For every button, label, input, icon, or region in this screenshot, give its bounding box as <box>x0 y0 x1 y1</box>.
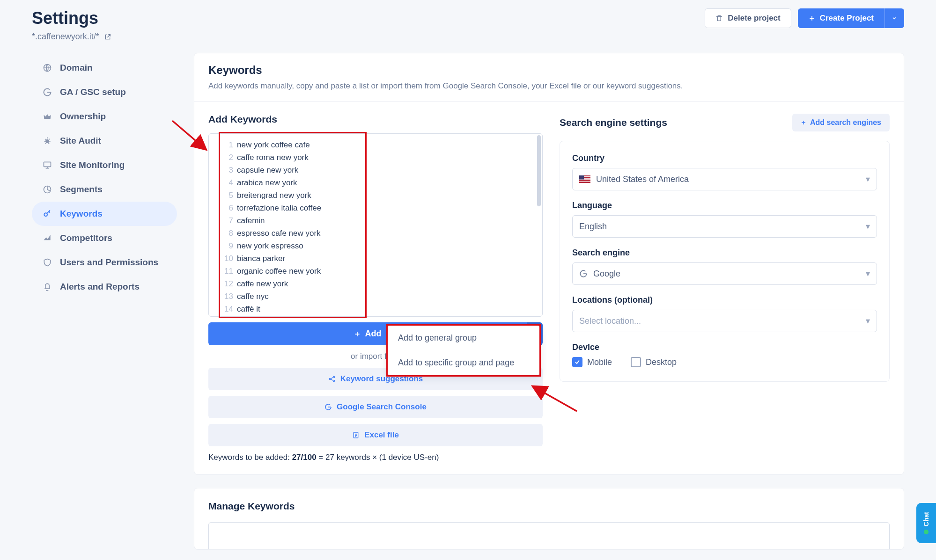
device-desktop-checkbox[interactable]: Desktop <box>631 357 677 367</box>
keywords-count-line: Keywords to be added: 27/100 = 27 keywor… <box>208 453 543 462</box>
engine-settings-title: Search engine settings <box>560 117 667 128</box>
sidebar-item-label: Domain <box>60 63 93 73</box>
sidebar-item-users[interactable]: Users and Permissions <box>32 250 177 275</box>
sidebar-item-label: Site Audit <box>60 136 101 146</box>
plus-icon <box>801 120 806 125</box>
delete-project-label: Delete project <box>728 14 780 23</box>
project-domain: *.caffenewyork.it/* <box>32 32 99 42</box>
key-icon <box>42 209 52 219</box>
import-gsc-label: Google Search Console <box>337 402 427 412</box>
device-mobile-checkbox[interactable]: Mobile <box>572 357 612 367</box>
pie-icon <box>42 184 52 195</box>
add-button-label: Add <box>365 329 382 339</box>
sidebar-item-ga-gsc[interactable]: GA / GSC setup <box>32 80 177 104</box>
trash-icon <box>715 15 723 22</box>
google-g-icon <box>579 269 588 278</box>
card-title: Keywords <box>208 64 890 77</box>
sidebar-item-label: Alerts and Reports <box>60 282 140 292</box>
sidebar-item-label: Site Monitoring <box>60 160 125 170</box>
crown-icon <box>42 111 52 122</box>
sidebar-item-label: Users and Permissions <box>60 257 158 268</box>
search-engine-label: Search engine <box>572 248 877 258</box>
create-project-dropdown-button[interactable] <box>884 8 904 28</box>
plus-icon <box>354 331 361 337</box>
plus-icon <box>809 15 815 22</box>
search-engine-select[interactable]: Google ▾ <box>572 262 877 285</box>
dropdown-item-specific-group[interactable]: Add to specific group and page <box>388 350 539 375</box>
svg-rect-14 <box>579 175 584 180</box>
line-number-gutter: 1234567891011121314 <box>209 134 237 316</box>
keywords-lines: new york coffee cafe caffe roma new york… <box>237 134 542 316</box>
file-icon <box>352 431 360 439</box>
svg-point-4 <box>44 213 47 216</box>
external-link-icon[interactable] <box>104 33 111 41</box>
settings-sidebar: Domain GA / GSC setup Ownership Site Aud… <box>32 53 177 550</box>
locations-select[interactable]: Select location... ▾ <box>572 310 877 332</box>
create-project-button[interactable]: Create Project <box>798 8 884 28</box>
keywords-textarea[interactable]: 1234567891011121314 new york coffee cafe… <box>208 133 543 317</box>
sidebar-item-label: Competitors <box>60 233 112 243</box>
create-project-label: Create Project <box>820 14 874 23</box>
svg-rect-2 <box>44 162 51 167</box>
sidebar-item-site-monitoring[interactable]: Site Monitoring <box>32 153 177 177</box>
country-value: United States of America <box>596 175 689 184</box>
sidebar-item-label: Segments <box>60 184 103 195</box>
shield-icon <box>42 257 52 268</box>
sidebar-item-domain[interactable]: Domain <box>32 56 177 80</box>
page-title: Settings <box>32 8 98 28</box>
textarea-scrollbar[interactable] <box>537 135 541 206</box>
manage-keywords-input[interactable] <box>208 522 890 549</box>
chevron-down-icon: ▾ <box>866 316 870 326</box>
us-flag-icon <box>579 175 590 183</box>
add-search-engines-label: Add search engines <box>810 118 881 127</box>
checkbox-checked-icon <box>572 357 582 367</box>
globe-icon <box>42 63 52 73</box>
sidebar-item-alerts[interactable]: Alerts and Reports <box>32 275 177 299</box>
card-subtitle: Add keywords manually, copy and paste a … <box>208 81 890 91</box>
sidebar-item-keywords[interactable]: Keywords <box>32 202 177 226</box>
sidebar-item-segments[interactable]: Segments <box>32 177 177 202</box>
sidebar-item-competitors[interactable]: Competitors <box>32 226 177 250</box>
dropdown-item-general-group[interactable]: Add to general group <box>388 326 539 350</box>
country-label: Country <box>572 153 877 163</box>
bell-icon <box>42 282 52 292</box>
competitors-icon <box>42 233 52 243</box>
bug-icon <box>42 136 52 146</box>
add-search-engines-button[interactable]: Add search engines <box>792 114 890 131</box>
sidebar-item-site-audit[interactable]: Site Audit <box>32 129 177 153</box>
status-dot-icon <box>924 530 929 534</box>
country-select[interactable]: United States of America ▾ <box>572 168 877 190</box>
chat-label: Chat <box>922 512 930 526</box>
device-label: Device <box>572 342 877 352</box>
device-desktop-label: Desktop <box>646 357 677 367</box>
svg-point-1 <box>45 139 49 143</box>
language-value: English <box>579 222 607 232</box>
sidebar-item-label: Keywords <box>60 209 103 219</box>
monitor-icon <box>42 160 52 170</box>
import-suggestions-label: Keyword suggestions <box>340 374 423 384</box>
sidebar-item-label: GA / GSC setup <box>60 87 126 97</box>
locations-placeholder: Select location... <box>579 316 641 326</box>
delete-project-button[interactable]: Delete project <box>705 8 791 28</box>
chevron-down-icon: ▾ <box>866 269 870 279</box>
locations-label: Locations (optional) <box>572 295 877 305</box>
sidebar-item-ownership[interactable]: Ownership <box>32 104 177 129</box>
chat-tab[interactable]: Chat <box>916 503 936 543</box>
svg-rect-12 <box>579 179 590 180</box>
checkbox-unchecked-icon <box>631 357 641 367</box>
google-g-icon <box>324 403 332 411</box>
language-label: Language <box>572 201 877 211</box>
add-keywords-title: Add Keywords <box>208 114 543 125</box>
share-icon <box>328 375 336 383</box>
sidebar-item-label: Ownership <box>60 111 106 122</box>
import-excel-label: Excel file <box>364 430 399 440</box>
add-dropdown-menu: Add to general group Add to specific gro… <box>387 325 540 376</box>
import-excel-button[interactable]: Excel file <box>208 424 543 446</box>
device-mobile-label: Mobile <box>587 357 612 367</box>
chevron-down-icon <box>892 15 897 21</box>
chevron-down-icon: ▾ <box>866 174 870 184</box>
language-select[interactable]: English ▾ <box>572 215 877 238</box>
manage-keywords-title: Manage Keywords <box>208 501 890 512</box>
chevron-down-icon: ▾ <box>866 221 870 232</box>
import-gsc-button[interactable]: Google Search Console <box>208 396 543 418</box>
